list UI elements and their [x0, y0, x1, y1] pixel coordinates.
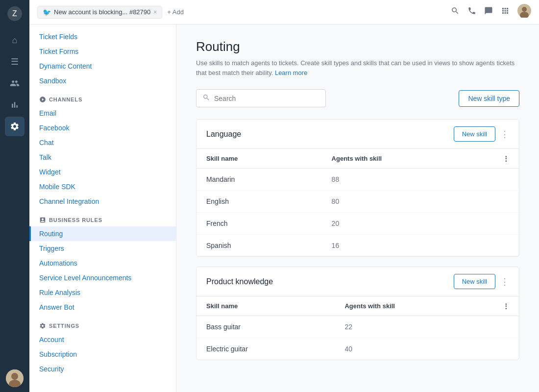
agents-cell: 40 — [335, 338, 493, 360]
sidebar-item-facebook[interactable]: Facebook — [29, 121, 176, 135]
skill-name-cell: Bass guitar — [196, 316, 335, 338]
sidebar: Ticket Fields Ticket Forms Dynamic Conte… — [29, 24, 176, 392]
language-col-actions: ⋮ — [493, 149, 519, 169]
agents-cell: 88 — [322, 169, 493, 191]
row-actions-cell — [493, 191, 519, 213]
table-row: English 80 — [196, 191, 519, 213]
app-logo: Z — [6, 5, 24, 23]
page-description: Use skills to match agents to tickets. C… — [196, 58, 519, 77]
tab-ticket-label: New account is blocking... #82790 — [54, 8, 150, 16]
sidebar-item-ticket-forms[interactable]: Ticket Forms — [29, 44, 176, 59]
agents-cell: 16 — [322, 235, 493, 257]
skill-name-cell: Spanish — [196, 235, 322, 257]
row-actions-cell — [493, 316, 519, 338]
sidebar-item-channel-integration[interactable]: Channel Integration — [29, 194, 176, 209]
svg-point-3 — [11, 373, 18, 380]
agents-cell: 20 — [322, 213, 493, 235]
product-knowledge-new-skill-button[interactable]: New skill — [454, 274, 495, 289]
sidebar-item-triggers[interactable]: Triggers — [29, 241, 176, 256]
sidebar-item-sandbox[interactable]: Sandbox — [29, 74, 176, 88]
add-tab-button[interactable]: + Add — [167, 8, 184, 16]
sidebar-item-answer-bot[interactable]: Answer Bot — [29, 300, 176, 315]
pk-table-more-icon[interactable]: ⋮ — [503, 302, 509, 310]
user-avatar[interactable] — [6, 369, 24, 387]
row-actions-cell — [493, 338, 519, 360]
topbar: 🐦 New account is blocking... #82790 × + … — [29, 0, 539, 24]
skill-name-cell: French — [196, 213, 322, 235]
table-row: Bass guitar 22 — [196, 316, 519, 338]
apps-topbar-icon[interactable] — [501, 6, 510, 18]
new-skill-type-button[interactable]: New skill type — [459, 90, 519, 107]
row-actions-cell — [493, 235, 519, 257]
sidebar-item-email[interactable]: Email — [29, 106, 176, 121]
user-topbar-avatar[interactable] — [517, 4, 531, 20]
sidebar-item-chat[interactable]: Chat — [29, 135, 176, 150]
skill-name-cell: Mandarin — [196, 169, 322, 191]
skill-name-cell: Electric guitar — [196, 338, 335, 360]
phone-topbar-icon[interactable] — [467, 6, 476, 18]
sidebar-item-security[interactable]: Security — [29, 362, 176, 376]
sidebar-item-subscription[interactable]: Subscription — [29, 347, 176, 362]
row-actions-cell — [493, 169, 519, 191]
icon-bar: Z ⌂ ☰ — [0, 0, 29, 392]
product-knowledge-more-options-icon[interactable]: ⋮ — [500, 277, 509, 286]
sidebar-item-automations[interactable]: Automations — [29, 256, 176, 270]
tab-ticket[interactable]: 🐦 New account is blocking... #82790 × — [37, 6, 162, 19]
table-row: Mandarin 88 — [196, 169, 519, 191]
agents-cell: 80 — [322, 191, 493, 213]
sidebar-item-widget[interactable]: Widget — [29, 165, 176, 179]
agents-cell: 22 — [335, 316, 493, 338]
svg-text:Z: Z — [12, 9, 17, 18]
language-col-agents: Agents with skill — [322, 149, 493, 169]
tickets-nav-icon[interactable]: ☰ — [5, 52, 24, 72]
page-title: Routing — [196, 39, 519, 54]
settings-nav-icon[interactable] — [5, 117, 24, 136]
language-new-skill-button[interactable]: New skill — [454, 126, 495, 142]
reports-nav-icon[interactable] — [5, 95, 24, 115]
table-row: Electric guitar 40 — [196, 338, 519, 360]
language-more-options-icon[interactable]: ⋮ — [500, 130, 509, 139]
table-row: French 20 — [196, 213, 519, 235]
pk-col-skill-name: Skill name — [196, 296, 335, 316]
search-input[interactable] — [214, 95, 319, 102]
language-col-skill-name: Skill name — [196, 149, 322, 169]
sidebar-item-rule-analysis[interactable]: Rule Analysis — [29, 285, 176, 300]
table-row: Spanish 16 — [196, 235, 519, 257]
sidebar-item-routing[interactable]: Routing — [29, 226, 176, 241]
pk-col-agents: Agents with skill — [335, 296, 493, 316]
language-skill-table: Skill name Agents with skill ⋮ Mandarin … — [196, 149, 519, 256]
settings-section-label: SETTINGS — [29, 315, 176, 332]
language-table-more-icon[interactable]: ⋮ — [503, 155, 509, 162]
product-knowledge-card-title: Product knowledge — [206, 277, 454, 286]
language-skill-card: Language New skill ⋮ Skill name Agents w… — [196, 119, 519, 257]
row-actions-cell — [493, 213, 519, 235]
skill-name-cell: English — [196, 191, 322, 213]
product-knowledge-card-header: Product knowledge New skill ⋮ — [196, 267, 519, 296]
twitter-icon: 🐦 — [43, 8, 51, 16]
content-area: Routing Use skills to match agents to ti… — [176, 24, 539, 392]
chat-topbar-icon[interactable] — [484, 6, 493, 18]
sidebar-item-account[interactable]: Account — [29, 332, 176, 347]
svg-point-6 — [522, 7, 527, 12]
users-nav-icon[interactable] — [5, 74, 24, 93]
sidebar-item-dynamic-content[interactable]: Dynamic Content — [29, 59, 176, 74]
main-wrapper: Ticket Fields Ticket Forms Dynamic Conte… — [29, 24, 539, 392]
topbar-icons — [451, 4, 531, 20]
business-rules-section-label: BUSINESS RULES — [29, 209, 176, 226]
language-card-header: Language New skill ⋮ — [196, 120, 519, 149]
product-knowledge-skill-table: Skill name Agents with skill ⋮ Bass guit… — [196, 296, 519, 360]
pk-col-actions: ⋮ — [493, 296, 519, 316]
sidebar-item-talk[interactable]: Talk — [29, 150, 176, 165]
learn-more-link[interactable]: Learn more — [275, 69, 307, 76]
search-row: New skill type — [196, 89, 519, 107]
home-nav-icon[interactable]: ⌂ — [5, 30, 24, 50]
language-card-title: Language — [206, 130, 454, 139]
sidebar-item-sla[interactable]: Service Level Announcements — [29, 270, 176, 285]
product-knowledge-skill-card: Product knowledge New skill ⋮ Skill name… — [196, 267, 519, 360]
search-box[interactable] — [196, 89, 326, 107]
tab-close-button[interactable]: × — [153, 9, 157, 16]
search-icon — [202, 94, 210, 103]
search-topbar-icon[interactable] — [451, 6, 460, 18]
sidebar-item-mobile-sdk[interactable]: Mobile SDK — [29, 179, 176, 194]
sidebar-item-ticket-fields[interactable]: Ticket Fields — [29, 29, 176, 44]
